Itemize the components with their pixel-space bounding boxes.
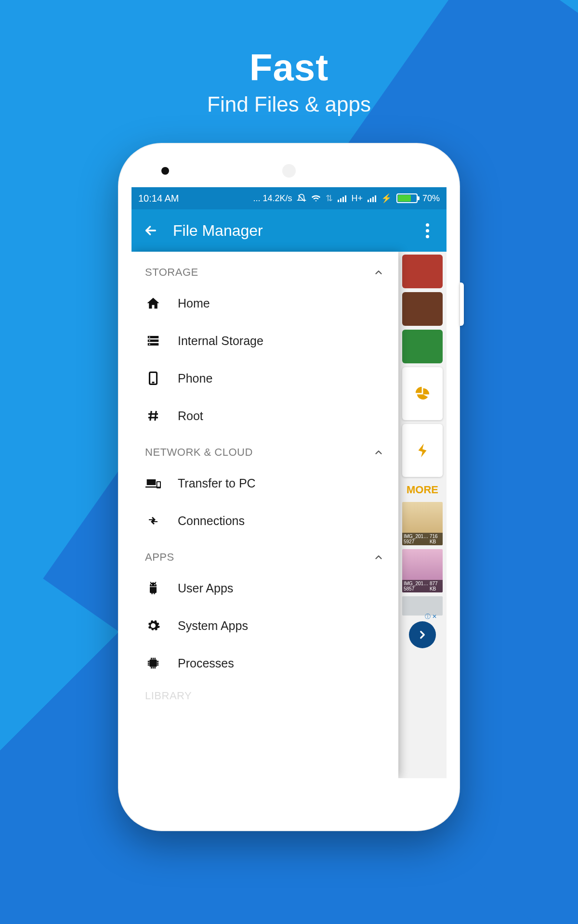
- analyze-card[interactable]: [402, 367, 443, 420]
- section-label: STORAGE: [145, 266, 198, 279]
- navigation-drawer: STORAGE Home: [131, 252, 398, 778]
- drawer-section-header-apps[interactable]: APPS: [131, 539, 398, 569]
- drawer-section-header-storage[interactable]: STORAGE: [131, 252, 398, 284]
- phone-camera: [161, 167, 169, 175]
- svg-line-16: [150, 582, 151, 584]
- devices-icon: [145, 475, 161, 491]
- drawer-item-transfer-pc[interactable]: Transfer to PC: [131, 464, 398, 502]
- drawer-section-header-peek: LIBRARY: [131, 682, 398, 702]
- promo-title: Fast: [0, 46, 578, 90]
- category-tile[interactable]: [402, 255, 443, 288]
- drawer-item-label: Transfer to PC: [178, 476, 256, 490]
- device-frame: 10:14 AM ... 14.2K/s ⇅ H+ ⚡ 70%: [118, 143, 460, 831]
- drawer-item-user-apps[interactable]: User Apps: [131, 569, 398, 607]
- status-time: 10:14 AM: [138, 193, 179, 204]
- svg-point-14: [151, 584, 152, 585]
- clean-card[interactable]: [402, 424, 443, 477]
- svg-line-10: [150, 411, 152, 421]
- back-button[interactable]: [141, 221, 160, 240]
- device-screen: 10:14 AM ... 14.2K/s ⇅ H+ ⚡ 70%: [131, 187, 447, 778]
- app-title: File Manager: [173, 222, 418, 240]
- wifi-icon: [311, 193, 321, 203]
- image-thumb[interactable]: IMG_201…5857877 KB: [402, 549, 443, 592]
- home-icon: [145, 295, 161, 311]
- data-arrows-icon: ⇅: [326, 193, 333, 204]
- signal-icon-1: [338, 194, 346, 202]
- drawer-item-connections[interactable]: Connections: [131, 502, 398, 539]
- drawer-section-header-network[interactable]: NETWORK & CLOUD: [131, 435, 398, 464]
- drawer-item-label: Connections: [178, 514, 245, 528]
- hash-icon: [145, 408, 161, 424]
- mute-icon: [297, 193, 306, 203]
- svg-line-11: [155, 411, 157, 421]
- chevron-up-icon: [372, 266, 385, 279]
- svg-line-17: [155, 582, 156, 584]
- phone-earpiece: [282, 164, 296, 178]
- svg-rect-13: [158, 482, 160, 487]
- drawer-item-label: System Apps: [178, 619, 248, 633]
- android-icon: [145, 580, 161, 596]
- app-bar: File Manager: [131, 209, 447, 252]
- drawer-item-label: Processes: [178, 656, 234, 670]
- category-tile[interactable]: [402, 292, 443, 326]
- drawer-item-phone[interactable]: Phone: [131, 359, 398, 397]
- svg-point-3: [149, 336, 150, 338]
- storage-icon: [145, 333, 161, 349]
- overflow-menu-button[interactable]: [418, 223, 437, 238]
- status-battery-pct: 70%: [422, 193, 440, 204]
- drawer-item-processes[interactable]: Processes: [131, 644, 398, 682]
- gear-icon: [145, 617, 161, 634]
- forward-fab[interactable]: [409, 621, 436, 648]
- drawer-item-system-apps[interactable]: System Apps: [131, 607, 398, 644]
- drawer-item-home[interactable]: Home: [131, 284, 398, 322]
- section-label: NETWORK & CLOUD: [145, 446, 253, 459]
- section-label: APPS: [145, 551, 174, 564]
- status-bar: 10:14 AM ... 14.2K/s ⇅ H+ ⚡ 70%: [131, 187, 447, 209]
- drawer-item-label: Phone: [178, 372, 212, 385]
- status-net-label: H+: [351, 193, 363, 204]
- charging-icon: ⚡: [381, 193, 392, 204]
- promo-heading: Fast Find Files & apps: [0, 0, 578, 116]
- battery-icon: [396, 193, 418, 203]
- svg-point-4: [149, 340, 150, 342]
- phone-icon: [145, 370, 161, 386]
- drawer-item-label: Home: [178, 296, 210, 310]
- drawer-item-label: User Apps: [178, 581, 233, 595]
- drawer-item-root[interactable]: Root: [131, 397, 398, 435]
- status-net-speed: ... 14.2K/s: [253, 193, 292, 204]
- image-thumb[interactable]: IMG_201…5927716 KB: [402, 502, 443, 545]
- drawer-item-internal-storage[interactable]: Internal Storage: [131, 322, 398, 359]
- category-tile[interactable]: [402, 330, 443, 363]
- svg-point-5: [149, 344, 150, 345]
- main-content-underlay: MORE IMG_201…5927716 KB IMG_201…5857877 …: [398, 252, 447, 778]
- more-link[interactable]: MORE: [407, 484, 438, 496]
- chevron-up-icon: [372, 446, 385, 459]
- chip-icon: [145, 655, 161, 671]
- svg-rect-18: [150, 660, 157, 667]
- chevron-up-icon: [372, 551, 385, 564]
- signal-icon-2: [368, 194, 376, 202]
- promo-subtitle: Find Files & apps: [0, 92, 578, 116]
- drawer-item-label: Internal Storage: [178, 334, 263, 348]
- connections-icon: [145, 513, 161, 529]
- drawer-item-label: Root: [178, 409, 203, 423]
- svg-point-15: [154, 584, 155, 585]
